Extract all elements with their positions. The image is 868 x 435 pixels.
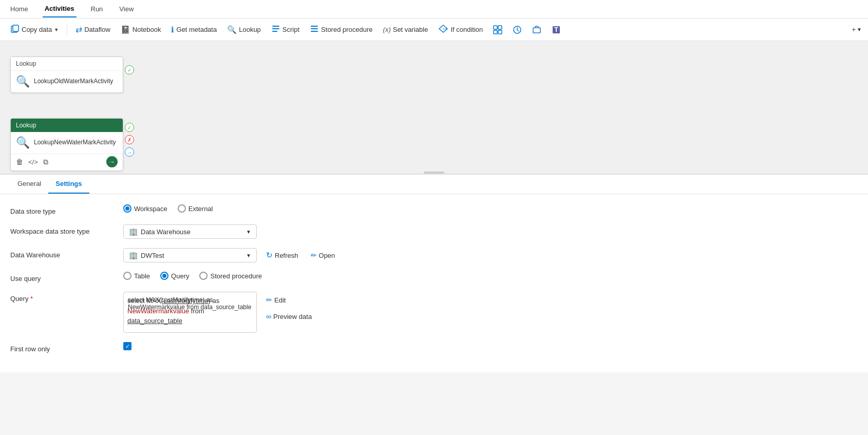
card2-copy-icon[interactable]: ⧉ [43, 158, 48, 166]
notebook-label: Notebook [133, 26, 161, 33]
toolbar-extra-3[interactable] [528, 23, 545, 36]
settings-content: Data store type Workspace External Works… [0, 194, 868, 372]
query-radio[interactable]: Query [160, 272, 189, 280]
data-warehouse-select[interactable]: 🏢 DWTest ▼ [123, 248, 257, 262]
workspace-data-store-type-value: Data Warehouse [141, 228, 243, 236]
toolbar-if-condition[interactable]: ↔ If condition [434, 22, 487, 37]
stored-procedure-radio-label: Stored procedure [210, 272, 261, 280]
query-radio-label: Query [171, 272, 189, 280]
card2-connector-check[interactable]: ✓ [125, 123, 134, 132]
toolbar-extra-1[interactable] [489, 23, 506, 36]
workspace-radio-circle [123, 204, 131, 213]
script-icon [271, 24, 280, 35]
toolbar-extra-4[interactable]: T [548, 23, 565, 36]
toolbar-stored-procedure[interactable]: Stored procedure [306, 22, 376, 37]
card2-run-arrow[interactable]: → [106, 156, 118, 167]
data-warehouse-label: Data Warehouse [10, 248, 123, 259]
svg-line-16 [517, 30, 519, 31]
query-textarea-wrapper: select MAX(LastModifytime) as NewWaterma… [123, 292, 257, 333]
nav-run[interactable]: Run [89, 1, 105, 17]
stored-procedure-label: Stored procedure [321, 26, 372, 33]
open-icon: ✏ [311, 251, 317, 259]
card2-connector-x[interactable]: ✗ [125, 135, 134, 144]
svg-rect-3 [272, 28, 279, 29]
activity-card-1[interactable]: Lookup 🔍 LookupOldWaterMarkActivity ✓ [10, 56, 123, 93]
svg-rect-5 [311, 26, 318, 27]
toolbar-extra-2[interactable] [508, 23, 526, 36]
edit-button[interactable]: ✏ Edit [263, 294, 315, 306]
notebook-icon: 📓 [121, 25, 130, 34]
nav-view[interactable]: View [117, 1, 136, 17]
edit-icon: ✏ [266, 296, 272, 304]
svg-rect-10 [494, 26, 497, 29]
tab-settings[interactable]: Settings [48, 175, 89, 194]
preview-data-label: Preview data [273, 313, 312, 320]
card1-connector-check[interactable]: ✓ [125, 65, 134, 74]
toolbar-copy-data[interactable]: Copy data ▼ [6, 22, 63, 37]
if-condition-label: If condition [450, 26, 483, 33]
nav-home[interactable]: Home [8, 1, 30, 17]
toolbar-more-chevron: ▼ [857, 27, 862, 32]
card2-lookup-icon: 🔍 [16, 136, 30, 149]
set-variable-label: Set variable [393, 26, 428, 33]
card2-header: Lookup [11, 119, 123, 132]
first-row-only-checkbox[interactable]: ✓ [123, 342, 131, 350]
svg-rect-13 [498, 30, 502, 34]
svg-rect-4 [272, 31, 277, 32]
svg-rect-7 [311, 31, 318, 32]
open-button[interactable]: ✏ Open [308, 249, 338, 261]
copy-data-icon [10, 24, 20, 35]
query-row: Query * select MAX(LastModifytime) as Ne… [10, 292, 858, 333]
pipeline-canvas[interactable]: Lookup 🔍 LookupOldWaterMarkActivity ✓ Lo… [0, 41, 868, 175]
toolbar-get-metadata[interactable]: ℹ Get metadata [167, 23, 221, 36]
refresh-button[interactable]: ↻ Refresh [263, 249, 301, 262]
toolbar-lookup[interactable]: 🔍 Lookup [223, 23, 265, 36]
settings-tabs: General Settings [0, 175, 868, 194]
workspace-data-store-type-select[interactable]: 🏢 Data Warehouse ▼ [123, 224, 257, 239]
warehouse-db-icon: 🏢 [129, 228, 138, 236]
canvas-drag-bar[interactable] [424, 172, 444, 174]
stored-procedure-icon [310, 24, 319, 35]
card1-header: Lookup [11, 57, 123, 71]
card2-code-icon[interactable]: </> [28, 158, 38, 166]
refresh-label: Refresh [275, 252, 298, 259]
svg-rect-6 [311, 28, 318, 29]
use-query-row: Use query Table Query Stored procedure [10, 272, 858, 282]
data-store-type-control: Workspace External [123, 204, 858, 213]
card2-footer: 🗑 </> ⧉ → [11, 154, 123, 171]
stored-procedure-radio[interactable]: Stored procedure [199, 272, 261, 280]
get-metadata-label: Get metadata [176, 26, 217, 33]
table-radio[interactable]: Table [123, 272, 150, 280]
card2-connector-arrow[interactable]: → [125, 147, 134, 157]
data-warehouse-control: 🏢 DWTest ▼ ↻ Refresh ✏ Open [123, 248, 858, 262]
toolbar-dataflow[interactable]: ⇄ Dataflow [71, 23, 115, 36]
toolbar-script[interactable]: Script [267, 22, 304, 37]
card2-delete-icon[interactable]: 🗑 [16, 158, 23, 166]
external-radio[interactable]: External [178, 204, 213, 213]
data-store-type-row: Data store type Workspace External [10, 204, 858, 215]
data-warehouse-chevron-icon: ▼ [246, 253, 251, 258]
use-query-label: Use query [10, 272, 123, 282]
svg-rect-2 [272, 26, 279, 27]
lookup-icon: 🔍 [227, 25, 237, 34]
query-textarea[interactable] [123, 292, 257, 333]
preview-data-button[interactable]: ∞ Preview data [263, 310, 315, 323]
workspace-radio[interactable]: Workspace [123, 204, 167, 213]
stored-procedure-radio-circle [199, 272, 207, 280]
workspace-data-store-type-row: Workspace data store type 🏢 Data Warehou… [10, 224, 858, 239]
nav-activities[interactable]: Activities [43, 1, 77, 17]
activity-card-2[interactable]: Lookup 🔍 LookupNewWaterMarkActivity 🗑 </… [10, 118, 123, 171]
svg-text:T: T [554, 26, 558, 33]
toolbar-add-button[interactable]: + ▼ [852, 26, 862, 33]
workspace-data-store-type-label: Workspace data store type [10, 224, 123, 235]
data-warehouse-value: DWTest [141, 252, 243, 259]
query-required-marker: * [30, 295, 33, 302]
toolbar-notebook[interactable]: 📓 Notebook [117, 23, 165, 36]
card2-body: 🔍 LookupNewWaterMarkActivity [11, 132, 123, 154]
query-actions: ✏ Edit ∞ Preview data [263, 292, 315, 323]
toolbar-set-variable[interactable]: (x) Set variable [379, 24, 432, 35]
card1-body: 🔍 LookupOldWaterMarkActivity [11, 71, 123, 92]
toolbar-separator [67, 25, 67, 35]
card1-activity-name: LookupOldWaterMarkActivity [34, 78, 113, 86]
tab-general[interactable]: General [10, 175, 48, 194]
